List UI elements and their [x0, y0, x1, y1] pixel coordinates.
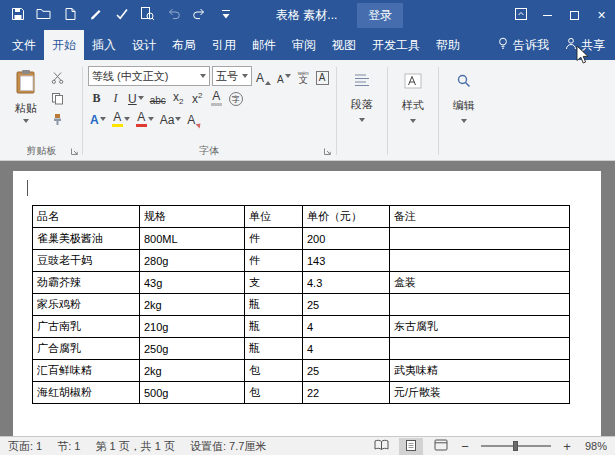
table-cell[interactable]: 25 — [303, 360, 390, 382]
text-highlight-button[interactable]: A — [110, 109, 132, 128]
tab-view[interactable]: 视图 — [324, 30, 364, 60]
table-header-cell[interactable]: 品名 — [33, 206, 140, 228]
tell-me-button[interactable]: 告诉我 — [497, 30, 549, 60]
format-painter-quick-button[interactable] — [83, 4, 108, 26]
table-cell[interactable]: 包 — [245, 360, 303, 382]
table-cell[interactable]: 2kg — [140, 294, 245, 316]
table-cell[interactable]: 4 — [303, 338, 390, 360]
read-mode-button[interactable] — [369, 438, 393, 455]
status-setting-value[interactable]: 设置值: 7.7厘米 — [190, 439, 266, 454]
font-size-combo[interactable]: 五号 — [212, 66, 252, 86]
table-cell[interactable]: 劲霸芥辣 — [33, 272, 140, 294]
table-header-cell[interactable]: 单位 — [245, 206, 303, 228]
strikethrough-button[interactable]: abc — [148, 88, 168, 107]
enclose-characters-button[interactable]: 字 — [227, 88, 245, 107]
print-layout-button[interactable] — [399, 438, 423, 455]
clipboard-dialog-launcher[interactable] — [69, 146, 79, 156]
tab-mailings[interactable]: 邮件 — [244, 30, 284, 60]
table-cell[interactable]: 东古腐乳 — [390, 316, 570, 338]
table-cell[interactable]: 雀巢美极酱油 — [33, 228, 140, 250]
new-document-button[interactable] — [57, 4, 82, 26]
table-cell[interactable]: 件 — [245, 228, 303, 250]
clear-formatting-button[interactable]: A — [185, 109, 204, 128]
tab-home[interactable]: 开始 — [44, 30, 84, 60]
table-cell[interactable]: 43g — [140, 272, 245, 294]
login-button[interactable]: 登录 — [357, 3, 403, 28]
copy-button[interactable] — [51, 92, 75, 108]
character-border-button[interactable]: A — [314, 67, 331, 86]
table-cell[interactable] — [390, 294, 570, 316]
underline-button[interactable]: U — [126, 88, 146, 107]
open-button[interactable] — [31, 4, 56, 26]
table-cell[interactable]: 500g — [140, 382, 245, 404]
table-cell[interactable]: 250g — [140, 338, 245, 360]
zoom-slider[interactable] — [481, 445, 551, 447]
close-button[interactable]: × — [588, 0, 615, 30]
table-cell[interactable]: 支 — [245, 272, 303, 294]
shrink-font-button[interactable]: A — [275, 67, 293, 86]
customize-quick-access-button[interactable] — [213, 4, 238, 26]
undo-button[interactable] — [161, 4, 186, 26]
zoom-out-button[interactable]: − — [459, 439, 471, 454]
document-page[interactable]: 品名 规格 单位 单价（元） 备注 雀巢美极酱油 800ML 件 200 豆豉老… — [13, 171, 601, 436]
paste-button[interactable]: 粘贴 — [6, 64, 46, 141]
cut-button[interactable] — [51, 71, 75, 87]
format-painter-button[interactable] — [51, 113, 75, 129]
table-cell[interactable]: 件 — [245, 250, 303, 272]
table-header-cell[interactable]: 备注 — [390, 206, 570, 228]
table-cell[interactable]: 广古南乳 — [33, 316, 140, 338]
table-cell[interactable]: 盒装 — [390, 272, 570, 294]
tab-help[interactable]: 帮助 — [428, 30, 468, 60]
table-cell[interactable]: 4.3 — [303, 272, 390, 294]
table-cell[interactable]: 海红胡椒粉 — [33, 382, 140, 404]
table-cell[interactable]: 豆豉老干妈 — [33, 250, 140, 272]
font-color-button[interactable]: A — [134, 109, 156, 128]
table-cell[interactable]: 22 — [303, 382, 390, 404]
paragraph-group-button[interactable]: 段落 — [339, 62, 385, 158]
share-button[interactable]: 共享 — [565, 30, 605, 60]
tab-insert[interactable]: 插入 — [84, 30, 124, 60]
font-dialog-launcher[interactable] — [323, 146, 333, 156]
table-header-cell[interactable]: 单价（元） — [303, 206, 390, 228]
superscript-button[interactable]: x2 — [189, 88, 206, 107]
tab-layout[interactable]: 布局 — [164, 30, 204, 60]
table-cell[interactable] — [390, 250, 570, 272]
change-case-button[interactable]: Aa — [158, 109, 184, 128]
subscript-button[interactable]: x2 — [170, 88, 187, 107]
table-cell[interactable]: 210g — [140, 316, 245, 338]
zoom-slider-thumb[interactable] — [513, 441, 518, 451]
tab-references[interactable]: 引用 — [204, 30, 244, 60]
zoom-level[interactable]: 98% — [579, 440, 607, 452]
zoom-in-button[interactable]: + — [561, 439, 573, 454]
table-cell[interactable]: 包 — [245, 382, 303, 404]
table-cell[interactable]: 25 — [303, 294, 390, 316]
table-cell[interactable]: 800ML — [140, 228, 245, 250]
table-cell[interactable] — [390, 338, 570, 360]
table-cell[interactable]: 4 — [303, 316, 390, 338]
text-effects-button[interactable]: A — [88, 109, 108, 128]
table-cell[interactable] — [390, 228, 570, 250]
styles-group-button[interactable]: 样式 — [390, 62, 436, 158]
table-header-cell[interactable]: 规格 — [140, 206, 245, 228]
italic-button[interactable]: I — [107, 88, 124, 107]
minimize-button[interactable] — [534, 0, 561, 30]
bold-button[interactable]: B — [88, 88, 105, 107]
tab-review[interactable]: 审阅 — [284, 30, 324, 60]
table-cell[interactable]: 广合腐乳 — [33, 338, 140, 360]
status-page-of[interactable]: 第 1 页，共 1 页 — [95, 439, 174, 454]
redo-button[interactable] — [187, 4, 212, 26]
character-shading-button[interactable]: A — [208, 88, 225, 107]
status-section[interactable]: 节: 1 — [57, 439, 80, 454]
table-cell[interactable]: 瓶 — [245, 316, 303, 338]
font-name-combo[interactable]: 等线 (中文正文) — [88, 66, 210, 86]
grow-font-button[interactable]: A — [254, 67, 273, 86]
table-cell[interactable]: 200 — [303, 228, 390, 250]
tab-developer[interactable]: 开发工具 — [364, 30, 428, 60]
save-button[interactable] — [5, 4, 30, 26]
table-cell[interactable]: 汇百鲜味精 — [33, 360, 140, 382]
table-cell[interactable]: 瓶 — [245, 294, 303, 316]
tab-design[interactable]: 设计 — [124, 30, 164, 60]
table-cell[interactable]: 武夷味精 — [390, 360, 570, 382]
table-cell[interactable]: 2kg — [140, 360, 245, 382]
ribbon-display-options-button[interactable] — [507, 0, 534, 30]
